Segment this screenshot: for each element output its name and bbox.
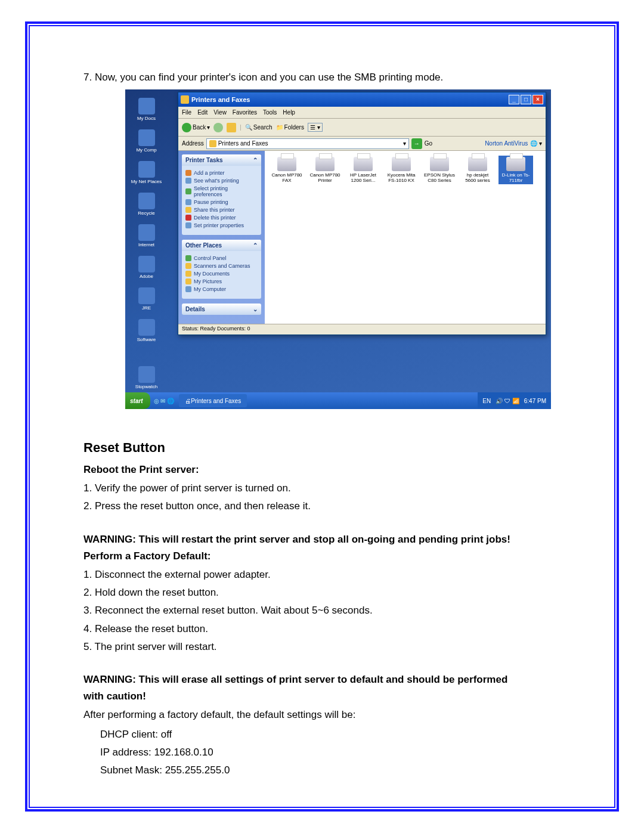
task-share[interactable]: Share this printer [185,207,258,213]
task-properties[interactable]: Set printer properties [185,222,258,228]
desktop-icon-adobe[interactable]: Adobe [130,256,163,279]
menu-file[interactable]: File [182,109,191,116]
desktop-icon-mydocs[interactable]: My Docs [130,98,163,121]
printer-icon [430,157,449,171]
taskbar: start ◎ ✉ 🌐 🖨 Printers and Faxes EN 🔊 🛡 … [125,392,551,409]
warning-1: WARNING: This will restart the print ser… [83,534,555,546]
place-scanners[interactable]: Scanners and Cameras [185,263,258,269]
printer-window-icon [181,95,189,104]
factory-step-1: 1. Disconnect the external power adapter… [83,567,555,583]
reboot-step-1: 1. Verify the power of print server is t… [83,481,555,496]
reboot-step-2: 2. Press the reset button once, and then… [83,498,555,514]
printer-item-6[interactable]: D-Link on Ts-711fbr [499,156,533,184]
forward-button[interactable] [213,123,223,132]
printer-label: Canon MP780 FAX [271,172,303,183]
desktop-icon-mycomp[interactable]: My Comp [130,129,163,153]
norton-link[interactable]: Norton AntiVirus [485,140,528,147]
minimize-button[interactable]: _ [509,95,519,104]
printer-icon [277,157,296,171]
close-button[interactable]: × [532,95,543,104]
task-see-printing[interactable]: See what's printing [185,178,258,184]
preferences-icon [185,188,191,194]
back-button[interactable]: Back ▾ [182,123,210,132]
printers-list-area: Canon MP780 FAXCanon MP780 PrinterHP Las… [265,151,546,324]
views-button[interactable]: ☰ ▾ [308,123,323,132]
details-header[interactable]: Details⌄ [182,304,261,315]
toolbar: Back ▾ | 🔍 Search 📁 Folders ☰ ▾ [178,119,546,137]
place-mydocs[interactable]: My Documents [185,271,258,277]
factory-step-5: 5. The print server will restart. [83,639,555,655]
task-pause[interactable]: Pause printing [185,199,258,205]
add-printer-icon [185,170,191,176]
address-bar: Address Printers and Faxes ▾ → Go Norton… [178,137,546,151]
see-printing-icon [185,178,191,184]
default-dhcp: DHCP client: off [100,727,555,742]
menu-tools[interactable]: Tools [263,109,277,116]
details-panel: Details⌄ [182,304,261,315]
warning-2-line2: with caution! [83,690,555,702]
desktop-icon-network[interactable]: My Net Places [130,161,163,184]
menu-bar: File Edit View Favorites Tools Help [178,107,546,119]
control-panel-icon [185,255,191,261]
address-input[interactable]: Printers and Faxes ▾ [206,138,409,149]
search-button[interactable]: 🔍 Search [245,124,273,131]
java-icon [138,287,155,304]
menu-view[interactable]: View [213,109,227,116]
printer-label: EPSON Stylus C80 Series [423,172,456,183]
taskbar-active-item[interactable]: 🖨 Printers and Faxes [179,394,247,407]
place-mypics[interactable]: My Pictures [185,278,258,284]
desktop-icon-stopwatch[interactable]: Stopwatch [130,366,163,389]
printer-item-4[interactable]: EPSON Stylus C80 Series [422,156,457,184]
place-control-panel[interactable]: Control Panel [185,255,258,261]
task-delete[interactable]: Delete this printer [185,215,258,221]
place-mycomp[interactable]: My Computer [185,286,258,292]
desktop-icon-recycle[interactable]: Recycle [130,193,163,216]
address-folder-icon [209,140,216,147]
menu-edit[interactable]: Edit [197,109,208,116]
reboot-heading: Reboot the Print server: [83,464,555,476]
printer-item-3[interactable]: Kyocera Mita FS-1010 KX [384,156,419,184]
back-arrow-icon [182,123,191,132]
printer-item-1[interactable]: Canon MP780 Printer [308,156,342,184]
other-places-header[interactable]: Other Places⌃ [182,240,261,251]
desktop-icon-jre[interactable]: JRE [130,287,163,311]
window-titlebar[interactable]: Printers and Faxes _ □ × [178,92,546,107]
task-add-printer[interactable]: Add a printer [185,170,258,176]
printer-icon [506,157,525,171]
task-preferences[interactable]: Select printing preferences [185,185,258,197]
printer-label: Kyocera Mita FS-1010 KX [385,172,417,183]
printer-tasks-header[interactable]: Printer Tasks⌃ [182,154,261,166]
stopwatch-icon [138,366,155,383]
printer-item-2[interactable]: HP LaserJet 1200 Seri... [346,156,380,184]
printer-item-5[interactable]: hp deskjet 5600 series [460,156,495,184]
collapse-icon: ⌃ [253,242,258,249]
factory-step-3: 3. Reconnect the external reset button. … [83,603,555,618]
factory-steps: 1. Disconnect the external power adapter… [83,567,555,655]
maximize-button[interactable]: □ [521,95,531,104]
desktop-icon-software[interactable]: Software [130,319,163,342]
menu-help[interactable]: Help [283,109,295,116]
printer-label: D-Link on Ts-711fbr [500,172,532,183]
up-button[interactable] [227,123,236,132]
printer-icon [468,157,487,171]
scanners-icon [185,263,191,269]
start-button[interactable]: start [125,392,150,409]
tray-lang: EN [482,398,491,404]
printer-item-0[interactable]: Canon MP780 FAX [270,156,304,184]
tray-icons: 🔊 🛡 📶 [496,398,519,404]
desktop-icon-ie[interactable]: Internet [130,224,163,247]
delete-icon [185,215,191,221]
system-tray[interactable]: EN 🔊 🛡 📶 6:47 PM [478,392,551,409]
mydocs-icon [185,271,191,277]
menu-favorites[interactable]: Favorites [233,109,257,116]
folders-button[interactable]: 📁 Folders [276,124,304,131]
mypics-icon [185,278,191,284]
default-settings-list: DHCP client: off IP address: 192.168.0.1… [83,727,555,779]
quick-launch-icons[interactable]: ◎ ✉ 🌐 [154,398,175,404]
computer-icon [138,129,155,146]
reboot-steps: 1. Verify the power of print server is t… [83,481,555,515]
tray-clock: 6:47 PM [524,398,546,404]
printer-icon [315,157,335,171]
go-button[interactable]: → [411,138,422,149]
page-content: 7. Now, you can find your printer's icon… [83,72,555,781]
